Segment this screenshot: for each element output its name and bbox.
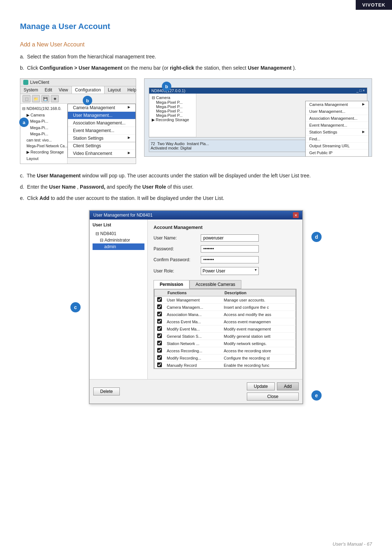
perm-checkbox[interactable] xyxy=(157,319,162,324)
step-c-text-after: window will pop up. The user accounts un… xyxy=(82,173,311,178)
user-tree-nd8401: ⊟ ND8401 xyxy=(93,230,144,237)
perm-check-cell xyxy=(155,296,165,304)
perm-function-cell: Modify Recording... xyxy=(165,354,222,362)
dialog-titlebar: User Management for ND8401 ✕ xyxy=(90,211,302,219)
perm-checkbox[interactable] xyxy=(157,304,162,309)
step-e: e. Click Add to add the user account to … xyxy=(20,194,372,202)
user-list-panel: User List ⊟ ND8401 ⊟ Administrator admin xyxy=(90,219,148,379)
liveclient-title: LiveClient xyxy=(30,80,49,85)
col-functions: Functions xyxy=(165,290,222,296)
perm-checkbox[interactable] xyxy=(157,326,162,331)
tab-accessible-cameras[interactable]: Accessible Cameras xyxy=(189,280,241,289)
footer-right: Update Add Close xyxy=(247,382,299,401)
perm-checkbox[interactable] xyxy=(157,333,162,338)
update-button[interactable]: Update xyxy=(247,382,275,390)
password-input[interactable] xyxy=(201,245,259,253)
right-tree-recording: ▶ Recording Storage xyxy=(151,118,194,122)
col-check xyxy=(155,290,165,296)
tabs-row: Permission Accessible Cameras xyxy=(154,280,297,289)
perm-checkbox[interactable] xyxy=(157,355,162,360)
rctx-camera-mgmt: Camera Management xyxy=(306,101,368,108)
perm-check-cell xyxy=(155,311,165,318)
step-d-text-before: Enter the xyxy=(27,184,49,190)
tree-item-cam: cam test: vivo... xyxy=(22,138,65,143)
role-select-wrapper: Power User Administrator Viewer xyxy=(201,267,259,275)
perm-checkbox[interactable] xyxy=(157,312,162,316)
tab-permission[interactable]: Permission xyxy=(154,280,189,289)
step-b-text-after: the station, then select xyxy=(196,65,248,71)
user-list-title: User List xyxy=(93,222,144,227)
add-button[interactable]: Add xyxy=(277,382,299,390)
password-label: Password: xyxy=(154,246,201,251)
table-row: Camera Managem... Insert and configure t… xyxy=(155,304,296,311)
ctx-assoc-mgmt: Association Management... xyxy=(68,119,135,127)
step-b-bold2: right-click xyxy=(170,65,194,71)
liveclient-titlebar: LiveClient xyxy=(20,79,136,86)
menu-view: View xyxy=(56,86,72,94)
username-input[interactable] xyxy=(201,234,259,242)
delete-button[interactable]: Delete xyxy=(93,387,120,395)
form-row-confirm: Confirm Password: xyxy=(154,256,297,263)
step-c-bold: User Management xyxy=(37,173,81,178)
perm-check-cell xyxy=(155,347,165,354)
perm-function-cell: Manually Record xyxy=(165,362,222,369)
perm-checkbox[interactable] xyxy=(157,348,162,353)
menu-system: System xyxy=(20,86,41,94)
perm-check-cell xyxy=(155,340,165,347)
permission-table-container: Functions Description User Management Ma… xyxy=(154,289,296,369)
rctx-user-mgmt: User Management... xyxy=(306,108,368,115)
confirm-input[interactable] xyxy=(201,256,259,263)
perm-checkbox[interactable] xyxy=(157,341,162,345)
rctx-assoc-mgmt: Association Management... xyxy=(306,115,368,122)
tree-item-recording: ▶ Recording Storage xyxy=(22,149,65,156)
confirm-label: Confirm Password: xyxy=(154,257,201,262)
ctx-station-settings: Station Settings xyxy=(68,135,135,142)
step-b-label: b. xyxy=(20,65,24,71)
perm-description-cell: Access the recording store xyxy=(222,347,296,354)
tree-item-mega2: Mega-Pi... xyxy=(22,125,65,131)
perm-checkbox[interactable] xyxy=(157,362,162,367)
circle-e: e xyxy=(311,390,322,401)
perm-function-cell: Camera Managem... xyxy=(165,304,222,311)
circle-b-right: b xyxy=(162,82,171,91)
step-e-text-before: Click xyxy=(27,195,40,201)
table-row: Access Event Ma... Access event manageme… xyxy=(155,318,296,325)
ctx-video-enhance: Video Enhancement xyxy=(68,150,135,157)
section-title: Manage a User Account xyxy=(20,22,372,31)
account-mgmt-panel: Account Management User Name: Password: … xyxy=(148,219,302,379)
dialog-close-x[interactable]: ✕ xyxy=(293,212,299,218)
step-b-text-mid: on the menu bar (or xyxy=(124,65,170,71)
username-label: User Name: xyxy=(154,235,201,241)
liveclient-toolbar: ⬚ 📁 💾 ❖ xyxy=(20,94,136,104)
perm-check-cell xyxy=(155,362,165,369)
perm-description-cell: Access event managemen xyxy=(222,318,296,325)
ctx-event-mgmt: Event Management... xyxy=(68,127,135,135)
perm-description-cell: Configure the recording st xyxy=(222,354,296,362)
step-b: b. Click Configuration > User Management… xyxy=(20,64,372,72)
perm-check-cell xyxy=(155,318,165,325)
perm-check-cell xyxy=(155,325,165,333)
table-row: Modify Recording... Configure the record… xyxy=(155,354,296,362)
rctx-station-settings: Station Settings xyxy=(306,129,368,136)
toolbar-btn-1: ⬚ xyxy=(23,95,30,102)
right-title-icons: _ □ × xyxy=(356,89,365,93)
right-tree-mp3: Mega-Pixel P... xyxy=(151,109,194,113)
step-d-text-after: of this user. xyxy=(167,184,193,190)
context-menu-left: Camera Management User Management... Ass… xyxy=(68,104,136,158)
form-row-role: User Role: Power User Administrator View… xyxy=(154,267,297,275)
step-d-bold1: User Name xyxy=(49,184,75,190)
menu-configuration: Configuration xyxy=(72,86,105,94)
perm-description-cell: Enable the recording func xyxy=(222,362,296,369)
right-context-menu: Camera Management User Management... Ass… xyxy=(305,101,369,157)
perm-function-cell: General Station S... xyxy=(165,333,222,340)
perm-function-cell: Association Mana... xyxy=(165,311,222,318)
liveclient-body: ⊟ ND8401(192.168.0. ▶ Camera Mega-Pi... … xyxy=(20,104,136,164)
perm-checkbox[interactable] xyxy=(157,297,162,302)
step-c-label: c. xyxy=(20,173,24,178)
step-b-text-before: Click xyxy=(27,65,40,71)
menu-help: Help xyxy=(124,86,140,94)
close-button[interactable]: Close xyxy=(247,393,299,401)
table-row: General Station S... Modify general stat… xyxy=(155,333,296,340)
user-tree-admin[interactable]: admin xyxy=(93,243,144,250)
role-select[interactable]: Power User Administrator Viewer xyxy=(201,267,259,275)
